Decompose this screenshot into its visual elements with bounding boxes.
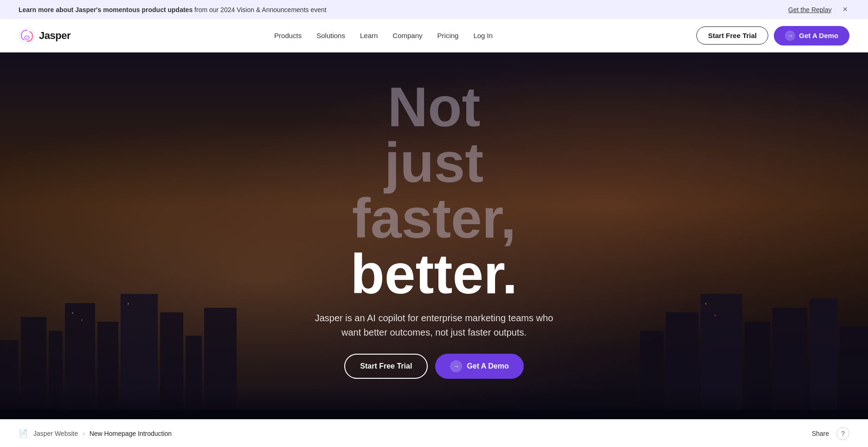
- hero-demo-arrow-icon: →: [450, 360, 462, 372]
- breadcrumb-site: Jasper Website: [33, 430, 78, 434]
- breadcrumb-separator: ›: [83, 430, 85, 434]
- logo-text: Jasper: [39, 30, 71, 42]
- nav-item-products[interactable]: Products: [274, 32, 302, 40]
- bottom-bar: 📄 Jasper Website › New Homepage Introduc…: [0, 419, 868, 433]
- navbar: Jasper Products Solutions Learn Company …: [0, 19, 868, 52]
- nav-item-pricing[interactable]: Pricing: [437, 32, 459, 40]
- help-icon[interactable]: ?: [836, 427, 849, 434]
- hero-buttons: Start Free Trial → Get A Demo: [344, 354, 523, 379]
- hero-headline: Not just faster, better.: [350, 79, 517, 302]
- hero-headline-line1: Not: [350, 79, 517, 135]
- announcement-banner: Learn more about Jasper's momentous prod…: [0, 0, 868, 19]
- nav-logo[interactable]: Jasper: [19, 27, 71, 44]
- banner-right: Get the Replay ×: [788, 5, 849, 14]
- announcement-bold: Learn more about Jasper's momentous prod…: [19, 6, 193, 13]
- announcement-text: Learn more about Jasper's momentous prod…: [19, 6, 327, 13]
- share-button[interactable]: Share: [812, 430, 829, 434]
- hero-section: Not just faster, better. Jasper is an AI…: [0, 52, 868, 433]
- nav-item-company[interactable]: Company: [392, 32, 422, 40]
- hero-start-trial-button[interactable]: Start Free Trial: [344, 354, 428, 379]
- hero-content: Not just faster, better. Jasper is an AI…: [314, 79, 555, 379]
- nav-item-solutions[interactable]: Solutions: [316, 32, 345, 40]
- jasper-logo-icon: [19, 27, 35, 44]
- hero-get-demo-button[interactable]: → Get A Demo: [435, 354, 523, 379]
- nav-item-login[interactable]: Log In: [473, 32, 493, 40]
- announcement-suffix: from our 2024 Vision & Announcements eve…: [193, 6, 326, 13]
- demo-arrow-icon: →: [785, 31, 795, 41]
- bottom-bar-left: 📄 Jasper Website › New Homepage Introduc…: [19, 429, 172, 433]
- nav-start-trial-button[interactable]: Start Free Trial: [696, 26, 768, 45]
- nav-item-learn[interactable]: Learn: [360, 32, 378, 40]
- nav-actions: Start Free Trial → Get A Demo: [696, 26, 849, 45]
- breadcrumb: Jasper Website › New Homepage Introducti…: [33, 430, 172, 434]
- announcement-close-button[interactable]: ×: [841, 5, 849, 14]
- hero-headline-line4: better.: [350, 246, 517, 302]
- nav-links: Products Solutions Learn Company Pricing…: [274, 32, 493, 40]
- nav-get-demo-button[interactable]: → Get A Demo: [774, 26, 849, 45]
- hero-headline-line2: just: [350, 135, 517, 190]
- bottom-bar-right: Share ?: [812, 427, 849, 434]
- hero-headline-line3: faster,: [350, 190, 517, 246]
- document-icon: 📄: [19, 429, 28, 433]
- announcement-replay-link[interactable]: Get the Replay: [788, 6, 831, 13]
- breadcrumb-page: New Homepage Introduction: [90, 430, 172, 434]
- svg-point-1: [25, 36, 29, 39]
- hero-subtitle: Jasper is an AI copilot for enterprise m…: [314, 311, 555, 340]
